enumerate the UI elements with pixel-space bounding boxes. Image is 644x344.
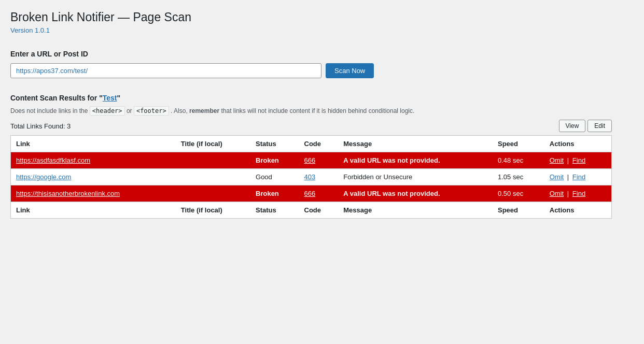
cell-message: Forbidden or Unsecure [338, 169, 493, 185]
scan-now-button[interactable]: Scan Now [326, 63, 374, 78]
col-header-status: Status [250, 136, 299, 152]
col-footer-code: Code [299, 202, 339, 219]
omit-button[interactable]: Omit [550, 173, 564, 181]
cell-link[interactable]: https://google.com [11, 169, 176, 185]
cell-code[interactable]: 666 [299, 185, 339, 202]
table-row: https://thisisanotherbrokenlink.com Brok… [11, 185, 612, 202]
cell-code[interactable]: 403 [299, 169, 339, 185]
link-anchor[interactable]: https://asdfasdfklasf.com [16, 156, 90, 164]
col-footer-speed: Speed [493, 202, 544, 219]
cell-status: Broken [250, 152, 299, 169]
cell-title [176, 169, 250, 185]
cell-actions[interactable]: Omit | Find [544, 169, 612, 185]
cell-speed: 0.48 sec [493, 152, 544, 169]
cell-actions[interactable]: Omit | Find [544, 185, 612, 202]
cell-title [176, 152, 250, 169]
find-button[interactable]: Find [572, 190, 585, 197]
cell-message: A valid URL was not provided. [338, 185, 493, 202]
header-code: <header> [90, 106, 125, 116]
results-heading: Content Scan Results for "Test" [10, 94, 612, 102]
find-button[interactable]: Find [572, 173, 585, 181]
col-header-code: Code [299, 136, 339, 152]
col-footer-title: Title (if local) [176, 202, 250, 219]
table-row: https://google.com Good 403 Forbidden or… [11, 169, 612, 185]
cell-link[interactable]: https://thisisanotherbrokenlink.com [11, 185, 176, 202]
col-footer-message: Message [338, 202, 493, 219]
cell-speed: 0.50 sec [493, 185, 544, 202]
omit-button[interactable]: Omit [550, 156, 564, 164]
cell-code[interactable]: 666 [299, 152, 339, 169]
action-separator: | [567, 156, 569, 164]
col-header-title: Title (if local) [176, 136, 250, 152]
footer-code: <footer> [134, 106, 169, 116]
find-button[interactable]: Find [572, 156, 585, 164]
cell-message: A valid URL was not provided. [338, 152, 493, 169]
cell-actions[interactable]: Omit | Find [544, 152, 612, 169]
code-link[interactable]: 403 [304, 173, 316, 181]
col-header-message: Message [338, 136, 493, 152]
col-header-speed: Speed [493, 136, 544, 152]
page-title: Broken Link Notifier — Page Scan [10, 10, 612, 24]
cell-status: Broken [250, 185, 299, 202]
cell-link[interactable]: https://asdfasdfklasf.com [11, 152, 176, 169]
action-separator: | [567, 190, 569, 197]
col-footer-link: Link [11, 202, 176, 219]
view-button[interactable]: View [559, 120, 586, 132]
col-header-link: Link [11, 136, 176, 152]
col-footer-status: Status [250, 202, 299, 219]
cell-status: Good [250, 169, 299, 185]
action-separator: | [567, 173, 569, 181]
cell-speed: 1.05 sec [493, 169, 544, 185]
version-label: Version 1.0.1 [10, 26, 612, 34]
notice-text: Does not include links in the <header> o… [10, 106, 612, 116]
edit-button[interactable]: Edit [587, 120, 612, 132]
url-input[interactable] [10, 63, 321, 78]
col-footer-actions: Actions [544, 202, 612, 219]
total-links-label: Total Links Found: 3 [10, 122, 71, 130]
results-heading-link[interactable]: Test [103, 94, 117, 102]
code-link[interactable]: 666 [304, 156, 316, 164]
url-input-label: Enter a URL or Post ID [10, 50, 612, 58]
table-footer-row: Link Title (if local) Status Code Messag… [11, 202, 612, 219]
code-link[interactable]: 666 [304, 190, 316, 197]
cell-title [176, 185, 250, 202]
results-table: Link Title (if local) Status Code Messag… [10, 135, 612, 219]
col-header-actions: Actions [544, 136, 612, 152]
table-row: https://asdfasdfklasf.com Broken 666 A v… [11, 152, 612, 169]
link-anchor[interactable]: https://thisisanotherbrokenlink.com [16, 190, 120, 197]
table-header-row: Link Title (if local) Status Code Messag… [11, 136, 612, 152]
omit-button[interactable]: Omit [550, 190, 564, 197]
link-anchor[interactable]: https://google.com [16, 173, 71, 181]
